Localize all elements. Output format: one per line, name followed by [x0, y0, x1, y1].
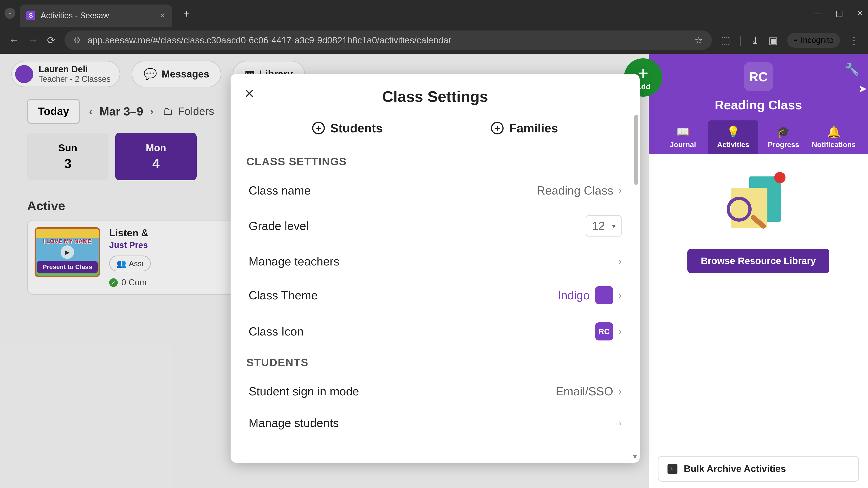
tab-close-icon[interactable]: ✕ [160, 11, 166, 20]
url-bar: ← → ⟳ ⚙ app.seesaw.me/#/class/class.c30a… [0, 27, 868, 54]
tab-journal-label: Journal [670, 140, 696, 149]
extensions-icon[interactable]: ⬚ [721, 35, 730, 46]
browser-tab[interactable]: S Activities - Seesaw ✕ [20, 4, 172, 27]
close-window-icon[interactable]: ✕ [857, 8, 864, 18]
class-icon-large[interactable]: RC [744, 62, 773, 91]
url-actions: ☆ [694, 35, 703, 45]
modal-top-buttons: + Students + Families [230, 114, 640, 149]
add-families-button[interactable]: + Families [491, 121, 558, 135]
setting-manage-students[interactable]: Manage students › [246, 407, 624, 439]
color-swatch [595, 286, 613, 304]
setting-signin-mode[interactable]: Student sign in mode Email/SSO › [246, 376, 624, 407]
downloads-icon[interactable]: ⤓ [751, 35, 760, 46]
setting-label: Manage students [249, 416, 339, 430]
right-panel-body: Browse Resource Library [649, 154, 868, 488]
incognito-icon: 🕶 [794, 38, 797, 42]
window-controls: — ▢ ✕ [814, 8, 864, 18]
chevron-right-icon: › [619, 326, 622, 337]
setting-class-icon[interactable]: Class Icon RC › [246, 313, 624, 350]
plus-circle-icon: + [312, 122, 325, 134]
reader-icon[interactable]: ▣ [769, 35, 778, 46]
incognito-label: Incognito [801, 35, 834, 45]
activities-icon: 💡 [726, 125, 740, 138]
dropdown-caret-icon: ▾ [612, 222, 616, 230]
add-students-button[interactable]: + Students [312, 121, 382, 135]
setting-grade-level[interactable]: Grade level 12 ▾ [246, 206, 624, 246]
setting-label: Manage teachers [249, 255, 340, 268]
tab-activities[interactable]: 💡 Activities [708, 121, 758, 154]
right-panel: + Add RC 🔧 Reading Class 📖 Journal 💡 Act… [649, 54, 868, 488]
maximize-icon[interactable]: ▢ [835, 8, 843, 18]
incognito-badge[interactable]: 🕶 Incognito [787, 33, 840, 48]
new-tab-button[interactable]: ＋ [181, 6, 192, 21]
plus-circle-icon: + [491, 122, 504, 134]
scrollbar-thumb[interactable] [634, 115, 638, 185]
right-panel-header: + Add RC 🔧 Reading Class 📖 Journal 💡 Act… [649, 54, 868, 154]
back-button[interactable]: ← [9, 35, 19, 46]
tab-search-dropdown[interactable]: ▾ [4, 8, 16, 19]
families-label: Families [509, 121, 558, 135]
modal-close-icon[interactable]: ✕ [244, 86, 255, 101]
class-name-value: Reading Class [537, 184, 613, 197]
journal-icon: 📖 [676, 125, 690, 138]
students-label: Students [330, 121, 382, 135]
setting-manage-teachers[interactable]: Manage teachers › [246, 246, 624, 277]
setting-label: Grade level [249, 219, 309, 233]
class-settings-icon[interactable]: 🔧 [845, 62, 860, 76]
signin-value: Email/SSO [556, 385, 613, 398]
bulk-archive-label: Bulk Archive Activities [684, 463, 786, 474]
setting-value: › [619, 256, 622, 267]
tab-notifications[interactable]: 🔔 Notifications [809, 121, 859, 154]
class-settings-modal: ✕ Class Settings + Students + Families C… [230, 74, 640, 463]
setting-value: Email/SSO › [556, 385, 622, 398]
reload-button[interactable]: ⟳ [47, 35, 55, 46]
theme-value: Indigo [558, 289, 590, 302]
page-content: Lauren Deli Teacher - 2 Classes 💬 Messag… [0, 54, 868, 488]
site-settings-icon[interactable]: ⚙ [73, 35, 81, 45]
modal-title: Class Settings [230, 74, 640, 114]
chevron-right-icon: › [619, 256, 622, 267]
menu-icon[interactable]: ⋮ [849, 35, 859, 46]
setting-label: Class Icon [249, 325, 304, 338]
url-input[interactable]: ⚙ app.seesaw.me/#/class/class.c30aacd0-6… [64, 31, 712, 50]
setting-label: Class Theme [249, 289, 318, 302]
grade-select[interactable]: 12 ▾ [586, 215, 622, 236]
url-text: app.seesaw.me/#/class/class.c30aacd0-6c0… [88, 35, 452, 45]
chevron-right-icon: › [619, 186, 622, 196]
forward-button[interactable]: → [28, 35, 38, 46]
section-students: STUDENTS [246, 356, 624, 369]
right-panel-tabs: 📖 Journal 💡 Activities 🎓 Progress 🔔 Noti… [658, 121, 859, 154]
progress-icon: 🎓 [777, 125, 790, 138]
library-illustration [722, 172, 795, 235]
setting-class-theme[interactable]: Class Theme Indigo › [246, 277, 624, 313]
cursor-icon: ➤ [858, 82, 867, 95]
setting-value: › [619, 418, 622, 428]
setting-value: RC › [595, 322, 622, 340]
browser-chrome: ▾ S Activities - Seesaw ✕ ＋ — ▢ ✕ ← → ⟳ … [0, 0, 868, 54]
setting-class-name[interactable]: Class name Reading Class › [246, 175, 624, 206]
class-name-header: Reading Class [658, 98, 859, 112]
bulk-archive-button[interactable]: Bulk Archive Activities [658, 456, 859, 482]
tab-bar: ▾ S Activities - Seesaw ✕ ＋ — ▢ ✕ [0, 0, 868, 27]
archive-icon [668, 464, 677, 474]
tab-progress-label: Progress [768, 140, 799, 149]
setting-label: Class name [249, 184, 311, 197]
chevron-right-icon: › [619, 418, 622, 428]
setting-value: Reading Class › [537, 184, 622, 197]
minimize-icon[interactable]: — [814, 8, 822, 18]
tab-favicon: S [26, 11, 35, 20]
scroll-down-icon[interactable]: ▼ [631, 453, 638, 460]
tab-journal[interactable]: 📖 Journal [658, 121, 708, 154]
tab-notifications-label: Notifications [812, 140, 856, 149]
tab-progress[interactable]: 🎓 Progress [758, 121, 809, 154]
browse-library-button[interactable]: Browse Resource Library [687, 249, 830, 273]
bookmark-icon[interactable]: ☆ [694, 35, 703, 45]
section-class-settings: CLASS SETTINGS [246, 156, 624, 168]
tab-activities-label: Activities [717, 140, 749, 149]
icon-swatch: RC [595, 322, 613, 340]
chevron-right-icon: › [619, 386, 622, 396]
modal-scroll-area[interactable]: CLASS SETTINGS Class name Reading Class … [230, 149, 640, 463]
setting-label: Student sign in mode [249, 385, 359, 398]
chevron-right-icon: › [619, 290, 622, 300]
bell-icon: 🔔 [827, 125, 841, 138]
